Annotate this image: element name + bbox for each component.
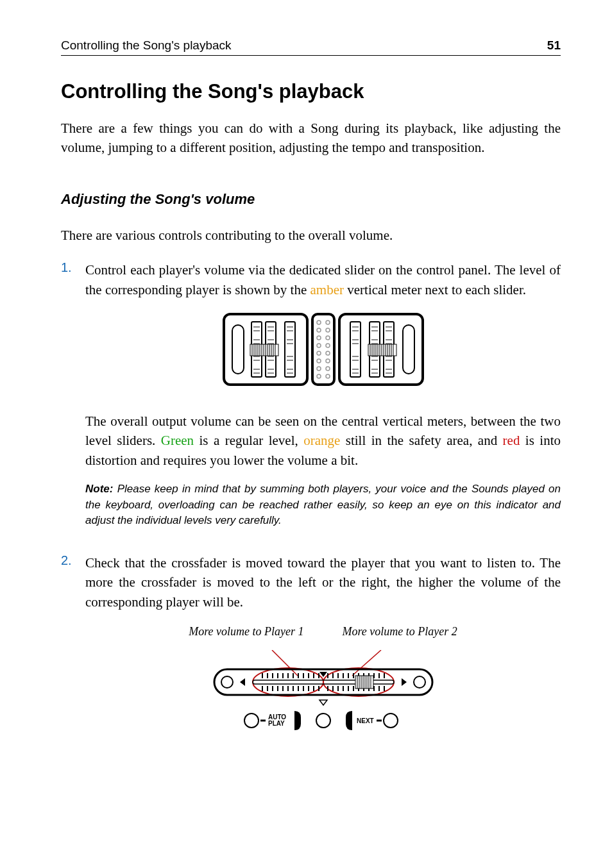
svg-point-50 <box>317 344 321 347</box>
step-1-note: Note: Please keep in mind that by summin… <box>85 481 561 529</box>
slider-meter-figure <box>85 311 561 393</box>
step-number: 1. <box>61 260 85 540</box>
step-2: 2. Check that the crossfader is moved to… <box>61 553 561 764</box>
svg-rect-88 <box>368 344 396 356</box>
crossfader-labels: More volume to Player 1 More volume to P… <box>85 623 561 640</box>
crossfader-right-label: More volume to Player 2 <box>343 623 457 640</box>
step-2-p1: Check that the crossfader is moved towar… <box>85 553 561 612</box>
crossfader-svg: AUTO PLAY NEXT <box>189 650 458 740</box>
green-word: Green <box>161 433 194 448</box>
svg-point-48 <box>317 336 321 340</box>
svg-point-176 <box>384 714 398 728</box>
svg-point-174 <box>316 714 330 728</box>
svg-marker-171 <box>319 700 327 705</box>
intro-paragraph: There are a few things you can do with a… <box>61 119 561 158</box>
svg-point-54 <box>317 359 321 363</box>
orange-word: orange <box>303 433 340 448</box>
svg-point-57 <box>326 367 330 371</box>
step-1: 1. Control each player's volume via the … <box>61 260 561 540</box>
svg-rect-102 <box>403 325 414 374</box>
svg-point-51 <box>326 344 330 347</box>
svg-line-103 <box>272 650 298 676</box>
svg-point-108 <box>221 676 233 688</box>
svg-point-52 <box>317 351 321 355</box>
section-heading: Adjusting the Song's volume <box>61 191 561 208</box>
svg-point-46 <box>317 328 321 332</box>
step-body: Check that the crossfader is moved towar… <box>85 553 561 764</box>
section-intro: There are various controls contributing … <box>61 226 561 245</box>
svg-marker-111 <box>402 678 407 686</box>
svg-rect-43 <box>312 314 334 385</box>
slider-meter-svg <box>221 311 426 388</box>
svg-line-104 <box>352 650 381 676</box>
svg-point-58 <box>317 374 321 378</box>
crossfader-figure: AUTO PLAY NEXT <box>85 650 561 745</box>
crossfader-left-label: More volume to Player 1 <box>189 623 303 640</box>
red-word: red <box>503 433 520 448</box>
step-number: 2. <box>61 553 85 764</box>
svg-point-44 <box>317 321 321 324</box>
svg-point-47 <box>326 328 330 332</box>
svg-point-110 <box>414 676 425 688</box>
page-header: Controlling the Song's playback 51 <box>61 38 561 56</box>
amber-word: amber <box>310 282 344 297</box>
svg-point-56 <box>317 367 321 371</box>
step-body: Control each player's volume via the ded… <box>85 260 561 540</box>
svg-point-53 <box>326 351 330 355</box>
next-label: NEXT <box>357 717 374 724</box>
svg-marker-109 <box>240 678 245 686</box>
page-number: 51 <box>547 38 561 53</box>
note-label: Note: <box>85 483 113 495</box>
svg-rect-20 <box>250 344 278 356</box>
svg-point-55 <box>326 359 330 363</box>
svg-point-45 <box>326 321 330 324</box>
svg-rect-1 <box>232 325 244 374</box>
main-heading: Controlling the Song's playback <box>61 80 561 103</box>
step-1-p2: The overall output volume can be seen on… <box>85 412 561 470</box>
svg-point-59 <box>326 374 330 378</box>
svg-point-172 <box>244 714 259 728</box>
header-title: Controlling the Song's playback <box>61 38 232 53</box>
svg-point-49 <box>326 336 330 340</box>
step-1-p1: Control each player's volume via the ded… <box>85 260 561 299</box>
play-label: PLAY <box>268 720 285 727</box>
svg-point-105 <box>253 668 323 696</box>
